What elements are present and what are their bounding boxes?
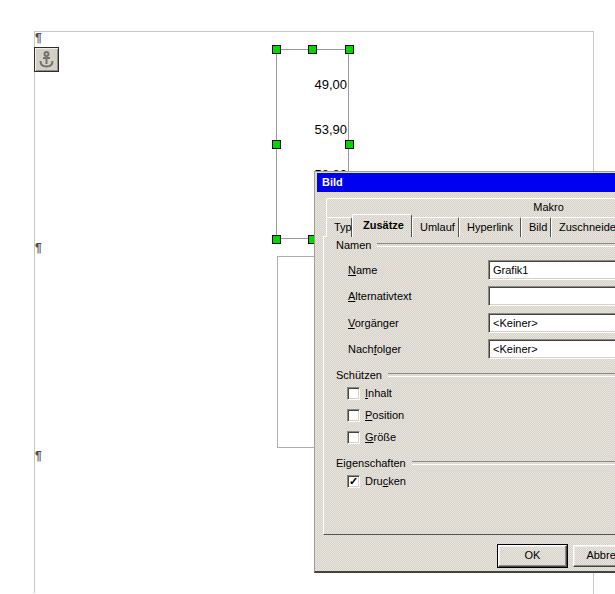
check-icon: ✓ [349, 475, 358, 487]
name-label: Name [348, 264, 377, 276]
tab-label: Makro [533, 201, 564, 213]
drucken-checkbox[interactable]: ✓ [347, 475, 360, 488]
selection-handle-middle-left[interactable] [272, 140, 281, 149]
dialog-title-bar[interactable]: Bild [317, 173, 615, 192]
vorgaenger-listbox[interactable]: <Keiner> [488, 313, 615, 333]
tab-hyperlink[interactable]: Hyperlink [459, 217, 521, 237]
section-label: Eigenschaften [336, 457, 412, 469]
tab-bild[interactable]: Bild [521, 217, 551, 237]
section-label: Namen [336, 239, 377, 251]
section-eigenschaften: Eigenschaften [336, 457, 615, 469]
tab-page-zusaetze: Namen Name Grafik1 Alternativtext Vorgän… [323, 236, 615, 535]
section-label: Schützen [336, 369, 388, 381]
cancel-button[interactable]: Abbrechen [573, 545, 615, 567]
section-namen: Namen [336, 239, 615, 251]
groesse-label: Größe [365, 431, 396, 443]
position-label: Position [365, 409, 404, 421]
drucken-label: Drucken [365, 475, 406, 487]
selection-handle-top-left[interactable] [272, 45, 281, 54]
tab-label: Umlauf [420, 221, 455, 233]
anchor-glyph [39, 51, 54, 68]
number-line: 49,00 [314, 77, 347, 92]
selection-handle-bottom-left[interactable] [272, 235, 281, 244]
position-checkbox[interactable] [347, 409, 360, 422]
paragraph-mark: ¶ [35, 450, 47, 464]
section-rule [377, 243, 615, 247]
vorgaenger-label: Vorgänger [348, 317, 399, 329]
tab-zusaetze[interactable]: Zusätze [352, 214, 412, 237]
position-checkbox-row: Position [347, 408, 404, 422]
groesse-checkbox[interactable] [347, 431, 360, 444]
tab-label: Zusätze [363, 219, 404, 231]
tab-label: Hyperlink [467, 221, 513, 233]
inhalt-checkbox[interactable] [347, 387, 360, 400]
dialog-title: Bild [322, 176, 343, 188]
tab-label: Bild [529, 221, 547, 233]
tab-strip: Typ Zusätze Umlauf Hyperlink Bild Zuschn… [326, 217, 615, 237]
section-rule [388, 373, 615, 377]
tab-zuschneiden[interactable]: Zuschneiden [551, 217, 615, 237]
section-rule [412, 461, 615, 465]
inhalt-checkbox-row: Inhalt [347, 386, 392, 400]
name-input[interactable]: Grafik1 [488, 260, 615, 280]
tab-label: Typ [334, 221, 352, 233]
drucken-checkbox-row: ✓ Drucken [347, 474, 406, 488]
paragraph-mark: ¶ [35, 242, 47, 256]
paragraph-mark: ¶ [35, 32, 47, 46]
page-text-area-left-border [34, 31, 35, 593]
anchor-icon[interactable] [34, 47, 59, 72]
alternativtext-label: Alternativtext [348, 290, 412, 302]
inhalt-label: Inhalt [365, 387, 392, 399]
bild-dialog: Bild Makro Typ Zusätze Umlauf Hyperlink … [314, 171, 615, 573]
tab-label: Zuschneiden [559, 221, 615, 233]
nachfolger-label: Nachfolger [348, 343, 401, 355]
ok-button[interactable]: OK [498, 545, 567, 567]
groesse-checkbox-row: Größe [347, 430, 396, 444]
section-schuetzen: Schützen [336, 369, 615, 381]
tab-typ[interactable]: Typ [326, 217, 352, 237]
nachfolger-listbox[interactable]: <Keiner> [488, 339, 615, 359]
alternativtext-input[interactable] [488, 286, 615, 306]
tab-umlauf[interactable]: Umlauf [412, 217, 459, 237]
number-line: 53,90 [314, 122, 347, 137]
page-text-area-top-border [34, 31, 593, 32]
